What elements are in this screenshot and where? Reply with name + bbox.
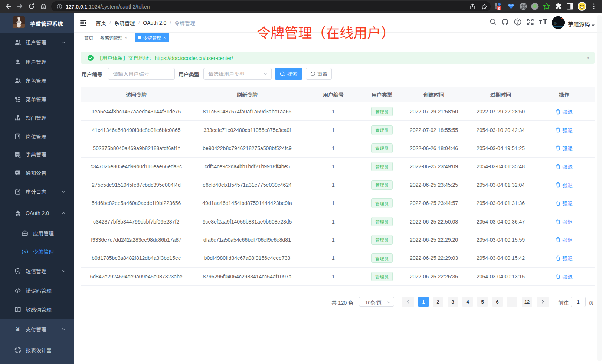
svg-text:9: 9 xyxy=(498,7,500,10)
svg-text:a: a xyxy=(24,250,26,254)
svg-text:¥: ¥ xyxy=(16,326,20,333)
